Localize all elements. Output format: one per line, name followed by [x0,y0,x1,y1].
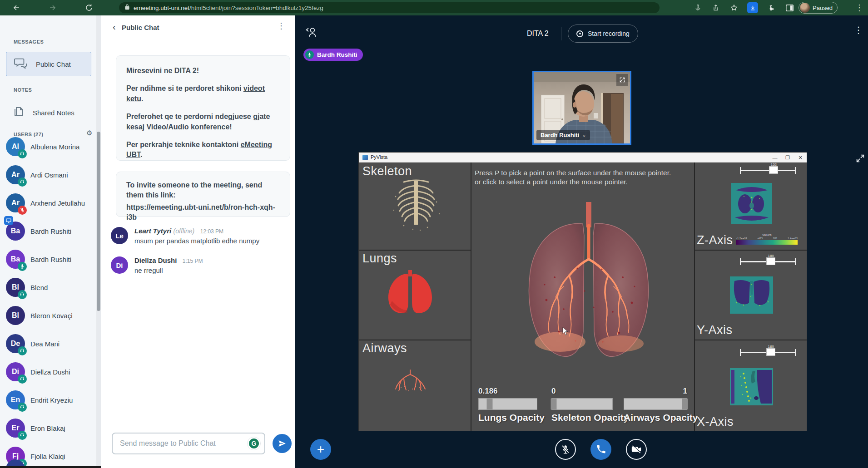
chat-bubbles-icon [13,57,28,71]
window-minimize-button[interactable]: — [769,153,781,163]
webcam-tile[interactable]: Bardh Rushiti⌄ [532,71,631,145]
avatar: Al [6,137,25,156]
user-list-item[interactable]: Er Eron Blakaj [0,414,96,442]
window-close-button[interactable]: ✕ [794,153,807,163]
pyvista-titlebar[interactable]: PyVista — ❐ ✕ [359,153,807,163]
slider-value: 0 [551,387,556,396]
z-axis-slider[interactable]: 152 [740,163,796,175]
z-axis-label: Z-Axis [697,233,733,247]
download-icon[interactable] [747,2,758,13]
browser-chrome: emeeting.ubt-uni.net/html5client/join?se… [0,0,868,15]
main-lungs-render[interactable] [491,196,686,377]
webcam-name-label[interactable]: Bardh Rushiti⌄ [536,130,590,140]
browser-share-icon[interactable] [709,1,722,14]
slider-handle[interactable] [682,399,688,409]
avatar: Le [111,227,128,244]
message-time: 1:15 PM [183,258,203,264]
url-text: emeeting.ubt-uni.net/html5client/join?se… [134,5,323,11]
browser-mic-icon[interactable] [691,1,704,14]
browser-reload-icon[interactable] [83,1,95,14]
x-axis-slider[interactable]: 180 [740,345,796,357]
user-list-item[interactable]: Di Diellza Dushi [0,358,96,386]
chat-options-icon[interactable]: ⋮ [277,22,285,30]
x-axis-slice-image [730,368,773,405]
user-list: Al Albulena Morina [0,133,96,468]
user-list-item[interactable]: Bl Blend [0,273,96,301]
sidebar-item-public-chat[interactable]: Public Chat [6,52,91,76]
user-list-item[interactable]: Ar Arxhend Jetullahu [0,189,96,217]
webcam-fullscreen-icon[interactable] [616,74,628,86]
start-recording-button[interactable]: Start recording [568,25,638,43]
address-bar[interactable]: emeeting.ubt-uni.net/html5client/join?se… [119,2,660,13]
window-maximize-button[interactable]: ❐ [781,153,794,163]
user-name: Bleron Kovaçi [30,312,73,320]
user-status-badge [18,403,27,412]
user-list-item[interactable]: Ba Bardh Rushiti [0,217,96,245]
bottom-edge-strip [0,466,101,468]
panel-divider [694,340,807,340]
slider-track[interactable] [551,398,613,410]
panel-divider [694,163,695,431]
user-list-item[interactable]: Al Albulena Morina [0,133,96,161]
browser-back-icon[interactable] [10,1,23,14]
welcome-line-2: Per ndihme si te perdoret shikoni videot… [126,84,280,104]
user-name: Ardi Osmani [30,171,68,179]
chat-message-input[interactable] [112,433,265,454]
skeleton-panel-label: Skeleton [362,164,412,178]
grammarly-icon[interactable]: G [247,437,261,450]
avatar: Ar [6,193,25,212]
browser-forward-icon[interactable] [46,1,59,14]
share-webcam-button[interactable] [626,439,647,460]
bookmark-star-icon[interactable] [728,1,740,14]
slider-handle[interactable]: 180 [766,257,775,265]
active-talker-badge[interactable]: Bardh Rushiti [303,49,363,61]
invite-text: To invite someone to the meeting, send t… [126,180,280,201]
skeleton-opacity-slider[interactable]: 0 Skeleton Opacity [551,387,613,414]
slider-track[interactable] [478,398,537,410]
side-panel-icon[interactable] [783,1,796,14]
user-name: Blend [30,284,48,291]
options-menu-icon[interactable]: ⋮ [854,25,863,34]
slider-handle[interactable]: 180 [766,348,775,356]
panel-divider [359,250,471,251]
profile-paused-pill[interactable]: Paused [799,2,838,14]
extensions-puzzle-icon[interactable] [765,1,778,14]
slider-track[interactable] [624,398,687,410]
user-list-item[interactable]: Ba Bardh Rushiti [0,245,96,273]
presentation-fullscreen-icon[interactable] [855,153,865,165]
sidebar-item-label: Public Chat [36,60,71,68]
mute-microphone-button[interactable] [555,439,576,460]
y-axis-slider[interactable]: 180 [740,255,796,266]
user-list-item[interactable]: Bl Bleron Kovaçi [0,301,96,330]
user-status-badge [18,177,27,187]
slider-handle[interactable] [486,399,492,409]
chat-back-chevron-icon[interactable]: ‹ [113,22,116,32]
slider-handle[interactable] [551,399,556,409]
leave-audio-button[interactable] [590,439,611,460]
user-list-item[interactable]: En Endrit Kryeziu [0,386,96,414]
user-list-item[interactable]: Ar Ardi Osmani [0,161,96,189]
lungs-opacity-slider[interactable]: 0.186 Lungs Opacity [478,387,537,414]
actions-plus-button[interactable]: + [310,439,331,460]
invite-link-card: To invite someone to the meeting, send t… [116,172,290,217]
z-axis-slice-image [731,183,772,224]
meeting-stage: DITA 2 Start recording ⋮ Bardh Rushiti [295,15,868,468]
manage-users-toggle-icon[interactable] [305,26,319,40]
airways-opacity-slider[interactable]: 1 Airways Opacity [624,387,687,414]
browser-menu-icon[interactable]: ⋮ [853,1,866,14]
lungs-panel-label: Lungs [362,251,397,266]
chat-input-row: G [101,429,295,460]
sidebar-item-shared-notes[interactable]: Shared Notes [6,102,91,123]
avatar: Ba [6,222,25,241]
welcome-message-card: Miresevini ne DITA 2! Per ndihme si te p… [116,55,290,161]
user-status-badge [18,374,27,384]
user-status-badge [18,206,27,215]
welcome-line-1: Miresevini ne DITA 2! [126,66,280,76]
chat-message: Le Leart Tytyri (offline) 12:03 PM msum … [111,227,288,245]
slider-handle[interactable]: 152 [769,166,778,174]
pyvista-content[interactable]: Skeleton Lungs Airways [359,163,807,431]
user-list-item[interactable]: De Dea Mani [0,330,96,358]
userlist-scrollbar-thumb[interactable] [97,132,100,311]
send-message-button[interactable] [273,434,292,453]
mouse-cursor [562,327,569,336]
